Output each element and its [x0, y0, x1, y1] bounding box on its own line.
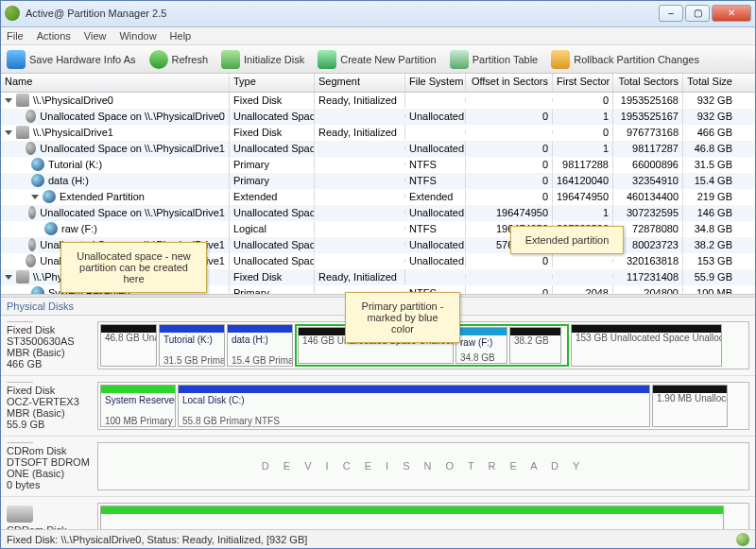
app-icon [5, 6, 20, 21]
column-header[interactable]: First Sector [553, 74, 613, 92]
table-row[interactable]: raw (F:)LogicalNTFS196474950307232596728… [1, 221, 755, 237]
toolbar-rollback[interactable]: Rollback Partition Changes [551, 50, 699, 69]
grid-header: NameTypeSegmentFile SystemOffset in Sect… [1, 74, 755, 93]
callout-extended: Extended partition [510, 226, 624, 254]
unalloc-icon [26, 142, 36, 155]
create-icon [318, 50, 336, 69]
table-row[interactable]: Tutorial (K:)PrimaryNTFS0981172886600089… [1, 157, 755, 173]
disk-map[interactable]: D E V I C E I S N O T R E A D Y [97, 442, 749, 490]
refresh-icon [149, 50, 168, 69]
menu-help[interactable]: Help [170, 30, 192, 42]
callout-primary: Primary partition - marked by blue color [345, 292, 460, 343]
table-row[interactable]: \\.\PhysicalDrive0Fixed DiskReady, Initi… [1, 93, 755, 109]
expand-icon[interactable] [5, 130, 12, 135]
disk-icon [7, 442, 33, 443]
table-row[interactable]: Extended PartitionExtendedExtended019647… [1, 189, 755, 205]
rollback-icon [551, 50, 570, 69]
toolbar-table[interactable]: Partition Table [450, 50, 539, 69]
maximize-button[interactable]: ▢ [685, 5, 710, 22]
table-row[interactable]: Unallocated Space on \\.\PhysicalDrive1U… [1, 141, 755, 157]
toolbar-create[interactable]: Create New Partition [318, 50, 437, 69]
part-icon [31, 286, 44, 293]
expand-icon[interactable] [31, 195, 39, 199]
disk-icon [7, 506, 33, 523]
status-text: Fixed Disk: \\.\PhysicalDrive0, Status: … [7, 534, 307, 545]
menu-actions[interactable]: Actions [37, 30, 71, 42]
segment-bar [101, 506, 723, 514]
part-icon [43, 190, 56, 203]
table-row[interactable]: Unallocated Space on \\.\PhysicalDrive0U… [1, 109, 755, 125]
toolbar: Save Hardware Info AsRefreshInitialize D… [1, 45, 755, 74]
window-title: Active@ Partition Manager 2.5 [26, 8, 659, 19]
disk-info: CDRom DiskDTSOFT BDROMONE (Basic)0 bytes [7, 442, 92, 490]
window-buttons: – ▢ ✕ [659, 5, 751, 22]
segment-bar [228, 325, 292, 333]
unalloc-icon [28, 238, 36, 251]
disk-map[interactable]: System Reserved100 MB PrimaryLocal Disk … [97, 382, 749, 430]
segment-bar [510, 328, 560, 335]
partition-segment[interactable]: 38.2 GB [509, 327, 561, 364]
segment-bar [160, 325, 224, 333]
partition-segment[interactable]: 46.8 GB Unallocated [100, 324, 157, 367]
part-icon [44, 222, 58, 235]
menubar: FileActionsViewWindowHelp [1, 27, 755, 46]
column-header[interactable]: Name [1, 74, 230, 92]
column-header[interactable]: Offset in Sectors [466, 74, 553, 92]
statusbar: Fixed Disk: \\.\PhysicalDrive0, Status: … [1, 529, 755, 548]
expand-icon[interactable] [5, 275, 12, 280]
partition-segment[interactable]: Local Disk (C:)55.8 GB Primary NTFS [178, 385, 650, 427]
close-button[interactable]: ✕ [712, 5, 751, 22]
partition-segment[interactable]: raw (F:)34.8 GB [455, 327, 507, 364]
segment-bar [456, 328, 507, 335]
disk-icon [7, 321, 33, 322]
drive-icon [16, 94, 29, 107]
disk-info: CDRom DiskDTSOFT BDROM [7, 503, 92, 530]
segment-bar [653, 386, 727, 393]
segment-bar [179, 386, 649, 393]
column-header[interactable]: Total Sectors [613, 74, 683, 92]
partition-segment[interactable]: 1.90 MB Unallocated [652, 385, 728, 427]
partition-segment[interactable] [100, 506, 724, 530]
partition-segment[interactable]: 153 GB Unallocated Space Unallocated [571, 324, 722, 367]
minimize-button[interactable]: – [659, 5, 683, 22]
unalloc-icon [26, 254, 36, 267]
partition-segment[interactable]: System Reserved100 MB Primary [100, 385, 176, 427]
physical-disks-panel: Fixed DiskST3500630ASMBR (Basic)466 GB46… [1, 316, 755, 530]
column-header[interactable]: Segment [315, 74, 405, 92]
status-corner-icon [736, 533, 749, 546]
part-icon [31, 174, 44, 187]
disk-info: Fixed DiskOCZ-VERTEX3MBR (Basic)55.9 GB [7, 382, 92, 430]
table-row[interactable]: data (H:)PrimaryNTFS01641200403235491015… [1, 173, 755, 189]
disk-info: Fixed DiskST3500630ASMBR (Basic)466 GB [7, 321, 92, 369]
column-header[interactable]: Total Size [683, 74, 736, 92]
table-row[interactable]: Unallocated Space on \\.\PhysicalDrive1U… [1, 205, 755, 221]
save-icon [7, 50, 26, 69]
partition-segment[interactable]: data (H:)15.4 GB Primary [227, 324, 293, 367]
disk-map[interactable] [97, 503, 749, 530]
column-header[interactable]: Type [230, 74, 315, 92]
drive-icon [16, 126, 29, 139]
disk-row: Fixed DiskOCZ-VERTEX3MBR (Basic)55.9 GBS… [1, 376, 755, 437]
disk-icon [7, 382, 33, 383]
expand-icon[interactable] [5, 98, 12, 103]
disk-row: CDRom DiskDTSOFT BDROM [1, 497, 755, 530]
menu-file[interactable]: File [7, 30, 24, 42]
partition-segment[interactable]: Tutorial (K:)31.5 GB Primary [159, 324, 225, 367]
toolbar-refresh[interactable]: Refresh [149, 50, 209, 69]
menu-window[interactable]: Window [119, 30, 156, 42]
unalloc-icon [26, 110, 36, 123]
column-header[interactable]: File System [405, 74, 466, 92]
table-icon [450, 50, 469, 69]
table-row[interactable]: \\.\PhysicalDrive1Fixed DiskReady, Initi… [1, 125, 755, 141]
titlebar: Active@ Partition Manager 2.5 – ▢ ✕ [1, 1, 755, 27]
toolbar-save[interactable]: Save Hardware Info As [7, 50, 136, 69]
disk-row: CDRom DiskDTSOFT BDROMONE (Basic)0 bytes… [1, 437, 755, 497]
segment-bar [572, 325, 721, 333]
segment-bar [101, 325, 156, 333]
callout-unallocated: Unallocated space - new partition can be… [60, 242, 207, 293]
init-icon [221, 50, 240, 69]
menu-view[interactable]: View [84, 30, 107, 42]
part-icon [31, 158, 44, 171]
segment-bar [101, 386, 175, 393]
toolbar-init[interactable]: Initialize Disk [221, 50, 304, 69]
